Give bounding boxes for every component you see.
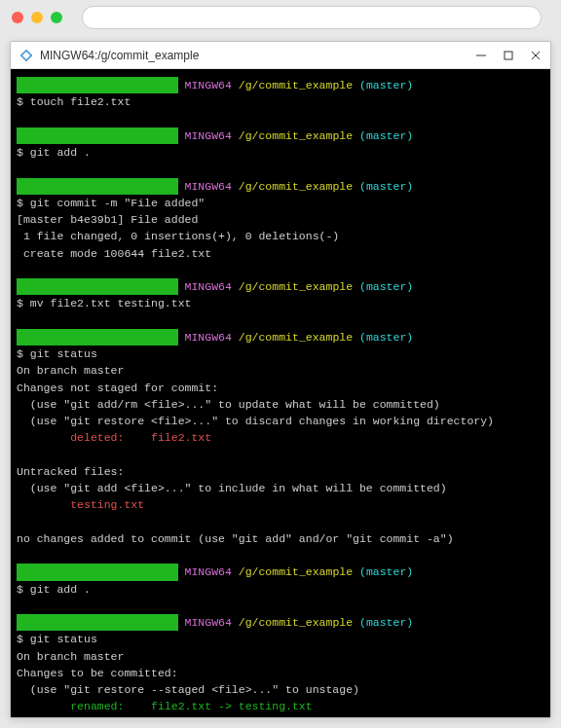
shell-host: MINGW64	[185, 79, 232, 91]
output-line: (use "git restore --staged <file>..." to…	[17, 681, 544, 698]
output-line: create mode 100644 file2.txt	[17, 245, 544, 262]
git-branch: (master)	[359, 79, 413, 91]
untracked-file-line: testing.txt	[17, 496, 544, 513]
minimize-button-mac[interactable]	[31, 12, 43, 23]
output-line: 1 file changed, 0 insertions(+), 0 delet…	[17, 228, 544, 244]
prompt-line: MINGW64 /g/commit_example (master)	[17, 127, 544, 144]
output-line: no changes added to commit (use "git add…	[17, 530, 544, 547]
blank-line	[17, 598, 544, 614]
command-line: $ git status	[17, 631, 544, 647]
window-title: MINGW64:/g/commit_example	[40, 49, 474, 62]
prompt-line: MINGW64 /g/commit_example (master)	[17, 329, 544, 346]
shell-host: MINGW64	[185, 616, 232, 629]
git-branch: (master)	[359, 129, 413, 142]
prompt-line: MINGW64 /g/commit_example (master)	[17, 614, 544, 631]
cwd-path: /g/commit_example	[239, 180, 353, 193]
output-line: Untracked files:	[17, 463, 544, 480]
blank-line	[17, 111, 544, 127]
command-line: $ mv file2.txt testing.txt	[17, 295, 544, 311]
shell-host: MINGW64	[185, 280, 232, 293]
svg-rect-3	[505, 52, 512, 59]
address-bar[interactable]	[82, 6, 542, 29]
output-line: (use "git add/rm <file>..." to update wh…	[17, 396, 544, 413]
git-branch: (master)	[359, 331, 413, 344]
blank-line	[17, 514, 544, 530]
output-line: Changes to be committed:	[17, 665, 544, 681]
git-branch: (master)	[359, 180, 413, 193]
blank-line	[17, 715, 544, 718]
output-line: (use "git add <file>..." to include in w…	[17, 480, 544, 496]
command-line: $ git commit -m "File added"	[17, 195, 544, 211]
git-branch: (master)	[359, 565, 413, 578]
output-line: On branch master	[17, 362, 544, 379]
browser-chrome	[0, 0, 561, 35]
maximize-button[interactable]	[502, 49, 515, 62]
window-controls-mac	[12, 12, 62, 23]
user-host-redacted	[17, 127, 178, 144]
browser-window: MINGW64:/g/commit_example MINGW64 /g/com…	[0, 0, 561, 728]
renamed-file-line: renamed: file2.txt -> testing.txt	[17, 698, 544, 714]
blank-line	[17, 262, 544, 278]
git-branch: (master)	[359, 280, 413, 293]
output-line: [master b4e39b1] File added	[17, 211, 544, 228]
git-branch: (master)	[359, 616, 413, 629]
cwd-path: /g/commit_example	[239, 129, 353, 142]
output-line: (use "git restore <file>..." to discard …	[17, 413, 544, 429]
cwd-path: /g/commit_example	[239, 79, 353, 91]
cwd-path: /g/commit_example	[239, 565, 353, 578]
deleted-file-line: deleted: file2.txt	[17, 429, 544, 446]
command-line: $ touch file2.txt	[17, 93, 544, 110]
output-line: On branch master	[17, 648, 544, 665]
blank-line	[17, 547, 544, 564]
user-host-redacted	[17, 329, 178, 346]
blank-line	[17, 312, 544, 329]
command-line: $ git add .	[17, 144, 544, 161]
prompt-line: MINGW64 /g/commit_example (master)	[17, 77, 544, 93]
terminal-body[interactable]: MINGW64 /g/commit_example (master)$ touc…	[11, 69, 550, 717]
user-host-redacted	[17, 614, 178, 631]
shell-host: MINGW64	[185, 331, 232, 344]
cwd-path: /g/commit_example	[239, 280, 353, 293]
window-controls-win	[474, 49, 542, 62]
titlebar: MINGW64:/g/commit_example	[11, 42, 550, 69]
user-host-redacted	[17, 178, 178, 195]
app-icon	[19, 48, 34, 63]
user-host-redacted	[17, 564, 178, 580]
prompt-line: MINGW64 /g/commit_example (master)	[17, 178, 544, 195]
maximize-button-mac[interactable]	[51, 12, 62, 23]
output-line: Changes not staged for commit:	[17, 380, 544, 396]
shell-host: MINGW64	[185, 565, 232, 578]
shell-host: MINGW64	[185, 180, 232, 193]
prompt-line: MINGW64 /g/commit_example (master)	[17, 278, 544, 295]
user-host-redacted	[17, 278, 178, 295]
command-line: $ git status	[17, 346, 544, 362]
blank-line	[17, 161, 544, 177]
cwd-path: /g/commit_example	[239, 331, 353, 344]
close-button-mac[interactable]	[12, 12, 23, 23]
command-line: $ git add .	[17, 581, 544, 598]
terminal-window: MINGW64:/g/commit_example MINGW64 /g/com…	[10, 41, 551, 718]
cwd-path: /g/commit_example	[239, 616, 353, 629]
close-button[interactable]	[529, 49, 542, 62]
minimize-button[interactable]	[474, 49, 488, 62]
user-host-redacted	[17, 77, 178, 93]
prompt-line: MINGW64 /g/commit_example (master)	[17, 564, 544, 580]
blank-line	[17, 447, 544, 463]
shell-host: MINGW64	[185, 129, 232, 142]
